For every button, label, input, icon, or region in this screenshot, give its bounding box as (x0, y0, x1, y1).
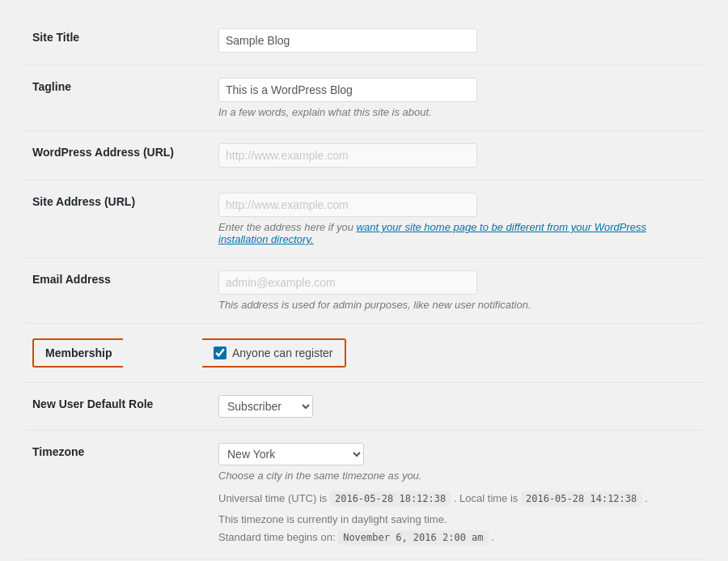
tagline-description: In a few words, explain what this site i… (218, 106, 696, 118)
timezone-label: Timezone (32, 445, 84, 458)
standard-end: . (491, 531, 494, 543)
membership-checkbox-label: Anyone can register (232, 346, 333, 359)
daylight-note: This timezone is currently in daylight s… (218, 511, 696, 529)
tagline-input[interactable] (218, 78, 477, 102)
timezone-description: Choose a city in the same timezone as yo… (218, 470, 696, 482)
email-address-label: Email Address (32, 273, 111, 286)
standard-time-info: Standard time begins on: November 6, 201… (218, 529, 696, 546)
new-user-role-label: New User Default Role (32, 397, 153, 410)
wp-address-input[interactable] (218, 143, 477, 168)
site-address-input[interactable] (218, 193, 477, 217)
daylight-info: This timezone is currently in daylight s… (218, 511, 696, 546)
wp-address-label: WordPress Address (URL) (32, 146, 174, 159)
email-address-description: This address is used for admin purposes,… (218, 299, 696, 311)
tagline-label: Tagline (32, 80, 71, 93)
new-user-role-select[interactable]: Subscriber Contributor Author Editor Adm… (218, 395, 313, 418)
membership-checkbox[interactable] (214, 346, 226, 359)
standard-label: Standard time begins on: (218, 531, 336, 543)
site-title-label: Site Title (32, 31, 79, 44)
membership-label: Membership (32, 338, 123, 368)
site-address-desc-text: Enter the address here if you (218, 221, 357, 233)
local-timestamp: 2016-05-28 14:12:38 (521, 491, 641, 506)
timezone-select[interactable]: New York UTC London Los Angeles (218, 443, 364, 465)
email-address-input[interactable] (218, 270, 477, 295)
site-address-description: Enter the address here if you want your … (218, 221, 696, 245)
site-address-label: Site Address (URL) (32, 195, 135, 208)
site-title-input[interactable] (218, 28, 477, 53)
utc-timestamp: 2016-05-28 18:12:38 (330, 491, 451, 506)
membership-value-container: Anyone can register (202, 338, 346, 368)
utc-label: Universal time (UTC) is (218, 492, 327, 504)
local-label: . Local time is (454, 492, 518, 504)
local-end: . (645, 492, 648, 504)
standard-timestamp: November 6, 2016 2:00 am (338, 530, 488, 545)
utc-info: Universal time (UTC) is 2016-05-28 18:12… (218, 490, 696, 508)
